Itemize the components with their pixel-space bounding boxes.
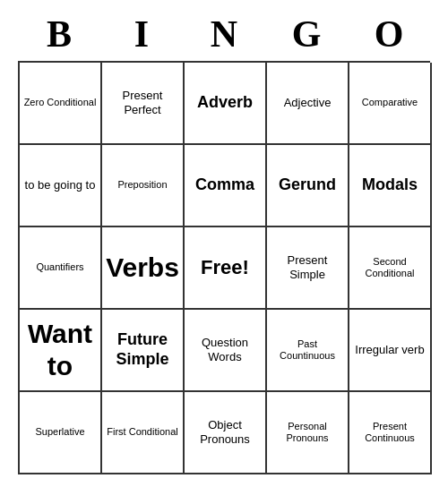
cell-text: Irregular verb: [355, 343, 424, 357]
bingo-cell: Want to: [20, 310, 102, 392]
cell-text: Zero Conditional: [24, 97, 97, 108]
bingo-cell: Verbs: [102, 227, 185, 310]
bingo-cell: Present Continuous: [349, 392, 432, 474]
cell-text: Free!: [201, 256, 249, 279]
bingo-cell: to be going to: [20, 145, 102, 227]
cell-text: Modals: [362, 175, 418, 195]
title-letter: G: [267, 13, 346, 56]
bingo-cell: Zero Conditional: [20, 63, 102, 145]
bingo-cell: Present Simple: [267, 227, 349, 310]
bingo-cell: Personal Pronouns: [267, 392, 349, 474]
cell-text: Present Simple: [271, 253, 344, 281]
cell-text: Object Pronouns: [188, 418, 262, 446]
cell-text: Personal Pronouns: [271, 421, 344, 444]
cell-text: Second Conditional: [353, 256, 426, 279]
cell-text: Question Words: [188, 336, 262, 363]
bingo-cell: First Conditional: [102, 392, 185, 474]
cell-text: Adjective: [284, 96, 332, 110]
cell-text: Preposition: [117, 179, 167, 191]
cell-text: First Conditional: [107, 426, 177, 438]
cell-text: Gerund: [279, 175, 336, 195]
cell-text: Want to: [23, 318, 97, 382]
bingo-cell: Object Pronouns: [185, 392, 267, 474]
bingo-cell: Irregular verb: [349, 310, 432, 392]
bingo-cell: Adverb: [185, 63, 267, 145]
bingo-cell: Gerund: [267, 145, 349, 227]
bingo-title: BINGO: [18, 13, 430, 56]
bingo-cell: Comma: [185, 145, 267, 227]
bingo-cell: Superlative: [20, 392, 102, 474]
bingo-cell: Future Simple: [102, 310, 185, 392]
cell-text: to be going to: [25, 178, 96, 192]
bingo-cell: Comparative: [349, 63, 432, 145]
cell-text: Quantifiers: [36, 261, 83, 273]
cell-text: Past Countinuous: [271, 338, 344, 362]
cell-text: Superlative: [35, 426, 84, 438]
title-letter: I: [102, 13, 181, 56]
cell-text: Verbs: [106, 252, 179, 284]
bingo-cell: Present Perfect: [102, 63, 185, 145]
bingo-cell: Second Conditional: [349, 227, 432, 310]
bingo-cell: Free!: [185, 227, 267, 310]
cell-text: Present Perfect: [106, 89, 179, 116]
cell-text: Comparative: [362, 97, 418, 108]
bingo-cell: Quantifiers: [20, 227, 102, 310]
bingo-cell: Past Countinuous: [267, 310, 349, 392]
bingo-grid: Zero ConditionalPresent PerfectAdverbAdj…: [18, 61, 430, 474]
cell-text: Future Simple: [106, 330, 179, 369]
bingo-cell: Adjective: [267, 63, 349, 145]
bingo-cell: Question Words: [185, 310, 267, 392]
bingo-card: BINGO Zero ConditionalPresent PerfectAdv…: [9, 4, 439, 483]
cell-text: Present Continuous: [353, 421, 426, 444]
title-letter: O: [349, 13, 428, 56]
cell-text: Comma: [195, 175, 254, 195]
bingo-cell: Modals: [349, 145, 432, 227]
bingo-cell: Preposition: [102, 145, 185, 227]
title-letter: B: [20, 13, 99, 56]
cell-text: Adverb: [197, 93, 253, 113]
title-letter: N: [185, 13, 263, 56]
